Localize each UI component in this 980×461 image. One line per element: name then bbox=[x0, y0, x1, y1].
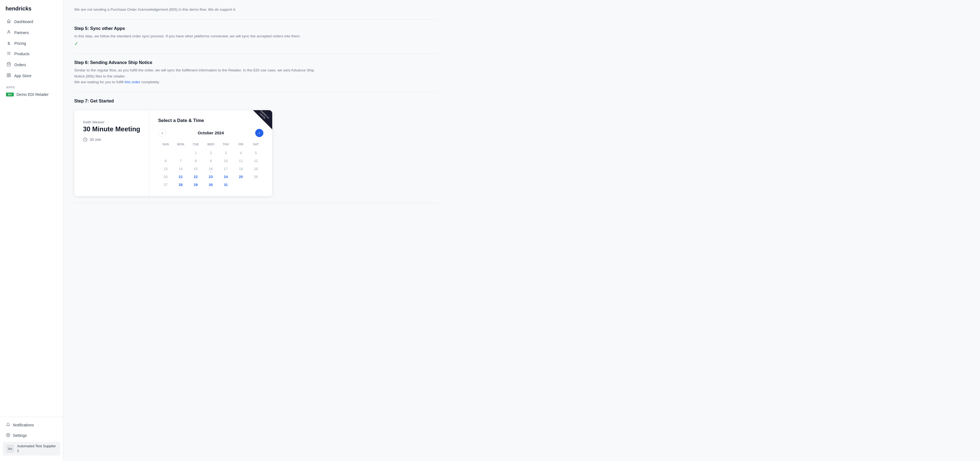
sidebar-item-appstore[interactable]: App Store bbox=[3, 70, 60, 81]
step5-title: Step 5: Sync other Apps bbox=[74, 26, 437, 31]
calendar-week-3: 20212223242526 bbox=[158, 173, 263, 181]
step6-description: Similar to the regular flow, as you fulf… bbox=[74, 67, 322, 85]
calendar-day-29[interactable]: 29 bbox=[188, 181, 203, 189]
calendar-day-17: 17 bbox=[218, 165, 234, 173]
step6-title: Step 6: Sending Advance Ship Notice bbox=[74, 60, 437, 65]
step7-section: Step 7: Get Started Keith Weaver 30 Minu… bbox=[74, 92, 437, 203]
calendar-day-16: 16 bbox=[203, 165, 218, 173]
apps-section-label: Apps bbox=[3, 81, 60, 90]
calendar-day-28[interactable]: 28 bbox=[173, 181, 188, 189]
calendar-day-empty bbox=[234, 181, 248, 189]
calendly-widget: Keith Weaver 30 Minute Meeting 30 min Se… bbox=[74, 110, 272, 196]
sidebar-item-notifications[interactable]: Notifications bbox=[3, 420, 60, 430]
sidebar-item-dashboard[interactable]: Dashboard bbox=[3, 16, 60, 27]
calendar-day-1: 1 bbox=[188, 149, 203, 157]
calendly-host: Keith Weaver bbox=[83, 120, 140, 124]
sidebar-item-demo-edi[interactable]: EDI Demo EDI Retailer bbox=[3, 90, 60, 99]
calendar-day-19: 19 bbox=[248, 165, 263, 173]
powered-by-text: POWERED BYCalendly bbox=[256, 110, 271, 122]
calendar-day-12: 12 bbox=[248, 157, 263, 165]
person-icon bbox=[6, 30, 11, 35]
sidebar-item-products-label: Products bbox=[14, 52, 29, 56]
calendar-day-31[interactable]: 31 bbox=[218, 181, 234, 189]
bell-icon bbox=[6, 423, 10, 428]
calendar-day-22[interactable]: 22 bbox=[188, 173, 203, 181]
calendar-day-26: 26 bbox=[248, 173, 263, 181]
calendar-week-2: 13141516171819 bbox=[158, 165, 263, 173]
calendar-day-25[interactable]: 25 bbox=[234, 173, 248, 181]
sidebar-nav: Dashboard Partners $ Pricing Products Or… bbox=[0, 16, 63, 417]
this-order-link[interactable]: this order bbox=[125, 80, 140, 84]
checkmark-icon: ✓ bbox=[74, 41, 437, 47]
sidebar-item-orders[interactable]: Orders bbox=[3, 59, 60, 70]
day-fri: FRI bbox=[234, 141, 248, 147]
calendar-day-18: 18 bbox=[234, 165, 248, 173]
day-sun: SUN bbox=[158, 141, 173, 147]
calendar-day-24[interactable]: 24 bbox=[218, 173, 234, 181]
calendar-day-27: 27 bbox=[158, 181, 173, 189]
calendar-day-20: 20 bbox=[158, 173, 173, 181]
sidebar-item-orders-label: Orders bbox=[14, 63, 26, 67]
list-icon bbox=[6, 51, 11, 57]
calendar-day-empty bbox=[248, 181, 263, 189]
grid-icon bbox=[6, 73, 11, 79]
calendar-grid: SUN MON TUE WED THU FRI SAT 123456789101… bbox=[158, 141, 263, 189]
calendar-day-5: 5 bbox=[248, 149, 263, 157]
sidebar-item-partners-label: Partners bbox=[14, 30, 29, 35]
svg-rect-5 bbox=[7, 74, 8, 75]
calendar-day-9: 9 bbox=[203, 157, 218, 165]
calendly-select-label: Select a Date & Time bbox=[158, 118, 263, 124]
calendar-week-1: 6789101112 bbox=[158, 157, 263, 165]
day-mon: MON bbox=[173, 141, 188, 147]
sidebar-item-appstore-label: App Store bbox=[14, 74, 31, 78]
step6-desc-part1: Similar to the regular flow, as you fulf… bbox=[74, 68, 314, 78]
notifications-label: Notifications bbox=[13, 423, 34, 427]
svg-rect-7 bbox=[7, 76, 8, 77]
settings-label: Settings bbox=[13, 433, 27, 438]
cart-icon bbox=[6, 62, 11, 68]
sidebar-item-settings[interactable]: Settings bbox=[3, 430, 60, 441]
calendar-day-3: 3 bbox=[218, 149, 234, 157]
calendar-day-14: 14 bbox=[173, 165, 188, 173]
calendar-day-23[interactable]: 23 bbox=[203, 173, 218, 181]
step5-description: In this step, we follow the standard ord… bbox=[74, 33, 322, 39]
account-switcher[interactable]: Au Automated Test Supplier 1 bbox=[3, 442, 60, 456]
calendar-day-4: 4 bbox=[234, 149, 248, 157]
step6-desc-part3: completely. bbox=[140, 80, 160, 84]
day-sat: SAT bbox=[248, 141, 263, 147]
edi-badge: EDI bbox=[6, 93, 14, 97]
calendar-weeks: 1234567891011121314151617181920212223242… bbox=[158, 149, 263, 189]
step6-section: Step 6: Sending Advance Ship Notice Simi… bbox=[74, 54, 437, 92]
calendar-day-empty bbox=[158, 149, 173, 157]
home-icon bbox=[6, 19, 11, 24]
calendly-left-panel: Keith Weaver 30 Minute Meeting 30 min bbox=[74, 110, 149, 196]
calendar-prev-button[interactable]: ‹ bbox=[158, 129, 166, 137]
sidebar-bottom: Notifications Settings Au Automated Test… bbox=[0, 417, 63, 461]
calendar-day-2: 2 bbox=[203, 149, 218, 157]
sidebar-item-partners[interactable]: Partners bbox=[3, 27, 60, 38]
sidebar-item-demo-edi-label: Demo EDI Retailer bbox=[16, 92, 49, 97]
day-wed: WED bbox=[203, 141, 218, 147]
calendar-week-0: 12345 bbox=[158, 149, 263, 157]
calendly-duration: 30 min bbox=[83, 137, 140, 142]
account-name: Automated Test Supplier 1 bbox=[17, 444, 57, 453]
calendar-day-15: 15 bbox=[188, 165, 203, 173]
calendar-day-21[interactable]: 21 bbox=[173, 173, 188, 181]
gear-icon bbox=[6, 433, 10, 438]
calendar-next-button[interactable]: › bbox=[255, 129, 263, 137]
calendar-days-header: SUN MON TUE WED THU FRI SAT bbox=[158, 141, 263, 147]
calendar-day-30[interactable]: 30 bbox=[203, 181, 218, 189]
sidebar-item-dashboard-label: Dashboard bbox=[14, 19, 33, 24]
calendar-nav: ‹ October 2024 › bbox=[158, 129, 263, 137]
powered-by-badge: POWERED BYCalendly bbox=[253, 110, 272, 129]
calendar-day-8: 8 bbox=[188, 157, 203, 165]
calendar-day-6: 6 bbox=[158, 157, 173, 165]
sidebar-item-products[interactable]: Products bbox=[3, 48, 60, 59]
day-thu: THU bbox=[218, 141, 234, 147]
dollar-icon: $ bbox=[6, 41, 11, 46]
sidebar-item-pricing[interactable]: $ Pricing bbox=[3, 38, 60, 48]
calendar-day-7: 7 bbox=[173, 157, 188, 165]
svg-rect-6 bbox=[9, 74, 10, 75]
svg-rect-8 bbox=[9, 76, 10, 77]
note-text: We are not sending a Purchase Order Ackn… bbox=[74, 6, 322, 13]
